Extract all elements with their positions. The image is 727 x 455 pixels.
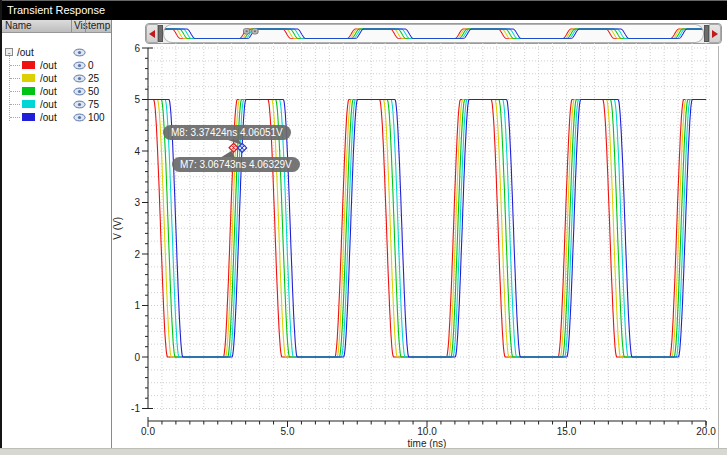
tree-row-signal[interactable]: /out 25 <box>2 72 111 85</box>
tree-row-signal[interactable]: /out 0 <box>2 59 111 72</box>
y-tick-label: 3 <box>134 197 140 208</box>
x-tick-label: 0.0 <box>141 426 155 437</box>
y-axis-title: V (V) <box>112 217 123 240</box>
y-tick-label: 1 <box>134 300 140 311</box>
visibility-eye-icon[interactable] <box>73 61 86 70</box>
x-tick-label: 5.0 <box>281 426 295 437</box>
signal-tree-panel: Name Vis temp - /out /out 0 /out 25 <box>2 20 112 448</box>
trace-color-swatch[interactable] <box>22 87 35 95</box>
column-header-temp[interactable]: temp <box>85 20 110 32</box>
visibility-eye-icon[interactable] <box>73 113 86 122</box>
signal-label[interactable]: /out <box>40 59 57 72</box>
tree-row-signal[interactable]: /out 75 <box>2 98 111 111</box>
temp-value: 75 <box>88 98 99 111</box>
signal-label[interactable]: /out <box>40 85 57 98</box>
y-tick-label: 6 <box>134 43 140 54</box>
temp-value: 100 <box>88 111 105 124</box>
trace-color-swatch[interactable] <box>22 61 35 69</box>
temp-value: 50 <box>88 85 99 98</box>
y-tick-label: 0 <box>134 352 140 363</box>
x-axis-title: time (ns) <box>408 438 447 449</box>
trace-color-swatch[interactable] <box>22 100 35 108</box>
marker-m8-tooltip[interactable]: M8: 3.37424ns 4.06051V <box>163 125 291 140</box>
waveform-plot[interactable]: -10123456V (V)0.05.010.015.020.0time (ns… <box>112 20 727 448</box>
visibility-eye-icon[interactable] <box>73 48 86 57</box>
window-left-edge <box>0 0 2 448</box>
trace-color-swatch[interactable] <box>22 74 35 82</box>
trace-color-swatch[interactable] <box>22 113 35 121</box>
signal-group-label[interactable]: /out <box>17 46 34 59</box>
y-tick-label: 5 <box>134 94 140 105</box>
temp-value: 0 <box>88 59 94 72</box>
x-tick-label: 10.0 <box>417 426 437 437</box>
y-tick-label: -1 <box>131 403 140 414</box>
column-header-name[interactable]: Name <box>5 20 32 32</box>
window-title: Transient Response <box>0 1 727 20</box>
tree-header: Name Vis temp <box>2 20 111 33</box>
window-right-edge <box>718 46 719 448</box>
collapse-icon[interactable]: - <box>5 48 13 56</box>
visibility-eye-icon[interactable] <box>73 100 86 109</box>
y-tick-label: 2 <box>134 249 140 260</box>
signal-label[interactable]: /out <box>40 111 57 124</box>
visibility-eye-icon[interactable] <box>73 87 86 96</box>
y-tick-label: 4 <box>134 146 140 157</box>
signal-label[interactable]: /out <box>40 72 57 85</box>
window-titlebar[interactable]: Transient Response <box>0 0 727 20</box>
signal-label[interactable]: /out <box>40 98 57 111</box>
tree-row-out-group[interactable]: - /out <box>2 46 111 59</box>
x-tick-label: 15.0 <box>557 426 577 437</box>
tree-row-signal[interactable]: /out 100 <box>2 111 111 124</box>
x-tick-label: 20.0 <box>696 426 716 437</box>
temp-value: 25 <box>88 72 99 85</box>
marker-m7-tooltip[interactable]: M7: 3.06743ns 4.06329V <box>172 157 300 172</box>
window-bottom-edge <box>0 448 727 455</box>
tree-row-signal[interactable]: /out 50 <box>2 85 111 98</box>
visibility-eye-icon[interactable] <box>73 74 86 83</box>
waveform-viewer-window: Transient Response Name Vis temp - /out … <box>0 0 727 455</box>
